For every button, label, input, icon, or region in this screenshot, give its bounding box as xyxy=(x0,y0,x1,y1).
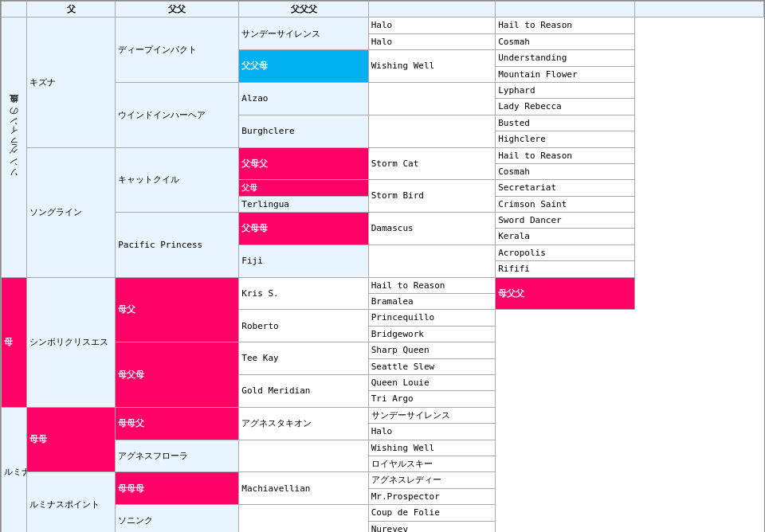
l2-wind-in-her-hair: ウインドインハーヘア xyxy=(116,82,239,147)
l5-lyphard: Lyphard xyxy=(496,82,634,98)
l5-seattle-slew: Seattle Slew xyxy=(368,358,496,374)
l5-sword-dancer: Sword Dancer xyxy=(496,213,634,229)
l5-mr-prospector: Mr.Prospector xyxy=(368,488,496,504)
pedigree-container: 父 父父 父父父 ソングラインの血統 キズナ ディープインパクト サンデーサイレ… xyxy=(0,0,765,532)
table-row: ソングラインの血統 キズナ ディープインパクト サンデーサイレンス Halo H… xyxy=(2,18,764,33)
pedigree-table: 父 父父 父父父 ソングラインの血統 キズナ ディープインパクト サンデーサイレ… xyxy=(1,1,764,532)
l5-princequillo: Princequillo xyxy=(368,310,496,326)
table-row: ソニンク Coup de Folie xyxy=(2,505,764,521)
l3-alzao: Alzao xyxy=(239,82,368,115)
header-gen5 xyxy=(496,2,634,18)
header-gen4 xyxy=(368,2,496,18)
l5-understanding: Understanding xyxy=(496,50,634,66)
header-gen3: 父父父 xyxy=(239,2,368,18)
l2-mother-mother-label: 母母 xyxy=(27,407,116,472)
l4-kris-s: Kris S. xyxy=(239,277,368,310)
l2-luminous-point: ルミナスポイント xyxy=(27,472,116,532)
l5-acropolis: Acropolis xyxy=(496,244,634,260)
l3-mother-father-mother-label: 母父母 xyxy=(116,342,239,408)
l3-father-mother-mother-label: 父母母 xyxy=(239,213,368,245)
l2-cat-quill: キャットクイル xyxy=(116,147,239,213)
l5-halo-2: Halo xyxy=(368,424,496,440)
l5-northern-dancer: Hail to Reason xyxy=(496,147,634,163)
l5-royal-ski: ロイヤルスキー xyxy=(368,456,496,471)
l5-coup-de-folie: Coup de Folie xyxy=(368,505,496,521)
l5-mountain-flower: Mountain Flower xyxy=(496,66,634,82)
l5-hail-to-reason-2: Hail to Reason xyxy=(368,277,496,293)
l4-wishing-well: Wishing Well xyxy=(368,50,496,83)
l3-father-mother-father-label: 父母父 xyxy=(239,147,368,180)
l3-agnes-flora: アグネスフローラ xyxy=(116,440,239,472)
l1-kizuna: キズナ xyxy=(27,18,116,147)
l5-queen-louie: Queen Louie xyxy=(368,374,496,390)
l3-mother-mother-mother-label: 母母母 xyxy=(116,472,239,505)
l5-south-ocean: Cosmah xyxy=(496,163,634,179)
l5-highclere: Highclere xyxy=(496,131,634,147)
l5-nureyev: Nureyev xyxy=(368,521,496,532)
l5-crimson-saint: Crimson Saint xyxy=(496,196,634,212)
l4-storm-bird: Storm Bird xyxy=(368,180,496,213)
table-row: 母父母 Tee Kay Sharp Queen xyxy=(2,342,764,358)
l4-roberto: Roberto xyxy=(239,310,368,342)
header-gen2: 父父 xyxy=(116,2,239,18)
l3-mother-mother-father-label: 母母父 xyxy=(116,407,239,440)
l3-sonic-lady: ソニンク xyxy=(116,505,239,532)
l3-mother-father-label: 母父 xyxy=(116,277,239,342)
table-row: 母 シンボリクリスエス 母父 Kris S. Hail to Reason 母父… xyxy=(2,277,764,293)
table-row: ウインドインハーヘア Alzao Lyphard xyxy=(2,82,764,98)
l2-deep-impact: ディープインパクト xyxy=(116,18,239,83)
l4-gold-meridian: Gold Meridian xyxy=(239,374,368,407)
l4-sonic-lady-cell xyxy=(239,505,368,532)
header-gen6 xyxy=(634,2,763,18)
header-col0 xyxy=(2,2,27,18)
l2-symboli-kris-s: シンボリクリスエス xyxy=(27,277,116,407)
l5-bramalea: Bramalea xyxy=(368,294,496,310)
l4-fiji-cell xyxy=(368,244,496,277)
table-row: ルミナスパレード 母母 母母父 アグネスタキオン サンデーサイレンス xyxy=(2,407,764,423)
l4-burghclere-cell xyxy=(368,115,496,147)
l5-sharp-queen: Sharp Queen xyxy=(368,342,496,358)
l6-mother-father-father-label: 母父父 xyxy=(496,277,634,310)
l3-father-mother-label-2: 父母 xyxy=(239,180,368,196)
header-gen1: 父 xyxy=(27,2,116,18)
l1-luminous-parade: ルミナスパレード xyxy=(2,407,27,532)
l5-agnes-lady: アグネスレディー xyxy=(368,472,496,488)
table-row: Pacific Princess 父母母 Damascus Sword Danc… xyxy=(2,213,764,229)
l3-terlingua: Terlingua xyxy=(239,196,368,212)
table-row: アグネスフローラ Wishing Well xyxy=(2,440,764,456)
table-row: ルミナスポイント 母母母 Machiavellian アグネスレディー xyxy=(2,472,764,488)
l4-halo: Halo xyxy=(368,18,496,33)
l1-songline: ソングライン xyxy=(27,147,116,277)
l5-sunday-silence-2: サンデーサイレンス xyxy=(368,407,496,423)
l5-lady-rebecca: Lady Rebecca xyxy=(496,99,634,115)
l2-pacific-princess-parent: Pacific Princess xyxy=(116,213,239,278)
l4-machiavellian: Machiavellian xyxy=(239,472,368,505)
l4-tee-kay: Tee Kay xyxy=(239,342,368,375)
l4-alzao-cell xyxy=(368,82,496,115)
l4-agnes-flora-cell xyxy=(239,440,368,472)
l5-cosmah: Cosmah xyxy=(496,33,634,49)
l5-hail-to-reason-1: Hail to Reason xyxy=(496,18,634,33)
l5-bridgework: Bridgework xyxy=(368,326,496,342)
l5-secretariat: Secretariat xyxy=(496,180,634,196)
table-row: ソングライン キャットクイル 父母父 Storm Cat Hail to Rea… xyxy=(2,147,764,163)
l5-wishing-well-2: Wishing Well xyxy=(368,440,496,456)
l5-busted: Busted xyxy=(496,115,634,131)
l3-father-father-mother-label: 父父母 xyxy=(239,50,368,83)
l5-rififi: Rififi xyxy=(496,261,634,277)
l1-mother-label: 母 xyxy=(2,277,27,407)
l5-tri-argo: Tri Argo xyxy=(368,391,496,407)
l5-kerala: Kerala xyxy=(496,229,634,244)
vertical-label: ソングラインの血統 xyxy=(2,18,27,277)
l3-sunday-silence: サンデーサイレンス xyxy=(239,18,368,50)
l3-burghclere: Burghclere xyxy=(239,115,368,147)
l3-fiji: Fiji xyxy=(239,244,368,277)
l4-damascus: Damascus xyxy=(368,213,496,245)
l4-agnes-tachyon: アグネスタキオン xyxy=(239,407,368,440)
main-title-text: ソングラインの血統 xyxy=(9,110,20,182)
l4-storm-cat: Storm Cat xyxy=(368,147,496,180)
header-row: 父 父父 父父父 xyxy=(2,2,764,18)
l4-halo-2: Halo xyxy=(368,33,496,49)
